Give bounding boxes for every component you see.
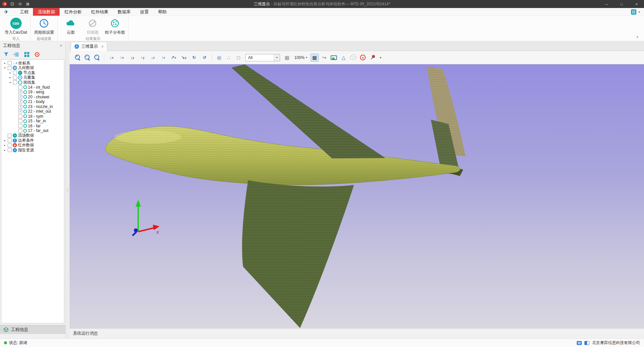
checkbox[interactable] (13, 80, 17, 84)
history-button[interactable] (25, 2, 30, 6)
probe-icon[interactable]: ◎ (215, 54, 223, 62)
pin-options-chevron[interactable]: ▾ (378, 54, 383, 62)
tree-item-surface-14-int-fluid[interactable]: 14 - int_fluid (2, 85, 64, 90)
tree-item-surface-16-far[interactable]: 16 - far (2, 124, 64, 129)
tree-item-surface-21-body[interactable]: 21 - body (2, 99, 64, 104)
view-y-neg-icon[interactable]: ↓y (128, 54, 137, 62)
tree-item-face-sets[interactable]: ▾面线集 (2, 80, 64, 85)
expander-collapsed-icon[interactable]: ▸ (3, 149, 7, 152)
checkbox[interactable] (18, 105, 22, 109)
checkbox[interactable] (18, 114, 22, 118)
expander-expanded-icon[interactable]: ▾ (8, 81, 12, 84)
menu-tab-help[interactable]: 帮助 (153, 8, 171, 16)
checkbox[interactable] (18, 109, 22, 113)
tree-item-surface-18-sym[interactable]: 18 - sym (2, 114, 64, 119)
mesh-grid-toggle[interactable]: ▦ (311, 54, 319, 62)
close-button[interactable] (629, 0, 644, 8)
checkbox[interactable] (18, 90, 22, 94)
app-button[interactable] (2, 2, 7, 6)
checkbox[interactable] (18, 129, 22, 133)
menu-tab-flow-data[interactable]: 流场数据 (33, 8, 60, 16)
checkbox[interactable] (8, 134, 12, 138)
expander-collapsed-icon[interactable]: ▸ (3, 62, 7, 65)
view-z-pos-icon[interactable]: ↑z (159, 54, 167, 62)
panel-splitter[interactable] (66, 41, 70, 338)
aircraft-mesh-model[interactable]: x (70, 64, 644, 328)
box-select-icon[interactable]: □ (234, 54, 242, 62)
locate-target-icon[interactable] (34, 52, 40, 57)
view-iso-1-icon[interactable]: ↗x (169, 54, 178, 62)
menu-tab-database[interactable]: 数据库 (113, 8, 135, 16)
zoom-window-icon[interactable]: ▫ (93, 54, 101, 62)
checkbox[interactable] (18, 124, 22, 128)
expander-collapsed-icon[interactable]: ▸ (3, 144, 7, 147)
checkbox[interactable] (8, 66, 12, 70)
clear-view-icon[interactable]: × (359, 54, 367, 62)
3d-viewport[interactable]: x (70, 64, 644, 328)
checkbox[interactable] (13, 76, 17, 80)
rotate-cw-icon[interactable]: ↻ (190, 54, 198, 62)
expander-collapsed-icon[interactable]: ▸ (8, 71, 12, 74)
contour-plot-button[interactable]: 云图 (61, 17, 80, 35)
checkbox[interactable] (18, 119, 22, 123)
periodic-face-settings-button[interactable]: 周期面设置 (34, 17, 54, 35)
tab-close-icon[interactable] (101, 44, 104, 49)
checkbox[interactable] (18, 95, 22, 99)
checkbox[interactable] (8, 61, 12, 65)
menu-tab-project[interactable]: 工程 (15, 8, 33, 16)
particle-distribution-button[interactable]: 粒子分布图 (105, 17, 125, 35)
checkbox[interactable] (8, 148, 12, 152)
menu-tab-ir-results[interactable]: 红外结果 (86, 8, 113, 16)
view-iso-2-icon[interactable]: ↘y (179, 54, 188, 62)
minimize-button[interactable] (599, 0, 614, 8)
split-layout-icon[interactable] (584, 341, 589, 345)
ribbon-collapse-icon[interactable] (636, 35, 639, 39)
list-view-icon[interactable] (14, 52, 19, 57)
save-button[interactable] (10, 2, 15, 6)
zoom-level-dropdown[interactable]: 100%▾ (293, 54, 309, 61)
expander-collapsed-icon[interactable]: ▸ (8, 76, 12, 79)
checkbox[interactable] (18, 100, 22, 104)
zoom-out-icon[interactable]: − (83, 54, 91, 62)
tree-item-surface-23-nozzle-in[interactable]: 23 - nozzle_in (2, 104, 64, 109)
tab-3d-view[interactable]: 三维显示 (71, 42, 107, 51)
checkbox[interactable] (8, 138, 12, 142)
tree-item-surface-19-wing[interactable]: 19 - wing (2, 90, 64, 95)
entity-filter-combo[interactable]: All▼ (245, 54, 280, 61)
tree-item-surface-22-inlet-out[interactable]: 22 - inlet_out (2, 109, 64, 114)
checkbox[interactable] (8, 143, 12, 147)
rotate-ccw-icon[interactable]: ↺ (200, 54, 209, 62)
tree-item-surface-20-chuiwei[interactable]: 20 - chuiwei (2, 95, 64, 100)
expander-expanded-icon[interactable]: ▾ (3, 66, 7, 69)
panel-layout-icon[interactable] (577, 341, 582, 345)
silhouette-icon[interactable] (349, 54, 357, 62)
halftone-icon[interactable]: ▦ (283, 54, 291, 62)
view-y-pos-icon[interactable]: ↑y (138, 54, 147, 62)
view-x-pos-icon[interactable]: ↑x (118, 54, 126, 62)
combo-dropdown-arrow[interactable]: ▼ (274, 54, 280, 61)
pin-icon[interactable] (369, 54, 377, 62)
tree-item-report-resources[interactable]: ▸报告资源 (2, 148, 64, 153)
panel-collapse-icon[interactable] (60, 43, 62, 48)
apps-grid-icon[interactable] (631, 9, 636, 15)
view-x-neg-icon[interactable]: ↓x (107, 54, 116, 62)
checkbox[interactable] (13, 71, 17, 75)
undo-button[interactable] (18, 2, 22, 6)
node-graph-icon[interactable]: ∴ (225, 54, 233, 62)
tree-item-surface-15-far-in[interactable]: 15 - far_in (2, 119, 64, 124)
chevron-down-icon[interactable]: ▾ (638, 10, 640, 14)
grid-view-icon[interactable] (24, 52, 30, 57)
filter-icon[interactable] (3, 52, 9, 57)
menu-tab-ir-analysis[interactable]: 红外分析 (60, 8, 86, 16)
checkbox[interactable] (18, 85, 22, 89)
project-panel-bottom-tab[interactable]: 工程信息 (0, 325, 65, 334)
zoom-in-icon[interactable]: + (74, 54, 82, 62)
import-cas-dat-button[interactable]: cas 导入Cas/Dat (5, 17, 27, 35)
maximize-button[interactable] (614, 0, 629, 8)
snapshot-icon[interactable] (330, 54, 338, 62)
export-icon[interactable]: ↪ (320, 54, 328, 62)
mirror-icon[interactable]: △ (340, 54, 348, 62)
menu-tab-settings[interactable]: 设置 (135, 8, 153, 16)
expander-collapsed-icon[interactable]: ▸ (3, 139, 7, 142)
view-z-neg-icon[interactable]: ↓z (149, 54, 157, 62)
